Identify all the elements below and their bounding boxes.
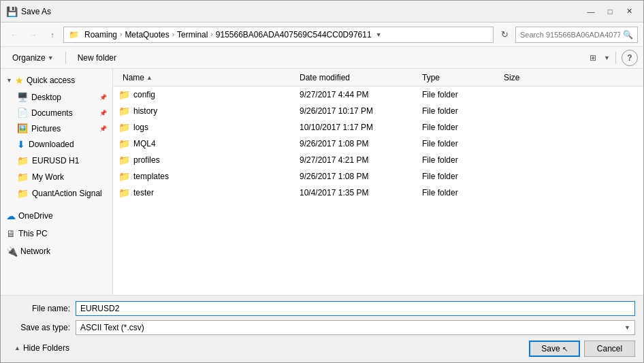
folder-icon: 📁 [118, 122, 129, 133]
breadcrumb-roaming: Roaming [84, 30, 117, 40]
maximize-button[interactable]: □ [601, 5, 619, 18]
minimize-button[interactable]: — [582, 5, 600, 18]
documents-icon: 📄 [17, 108, 28, 118]
sidebar: ▼ ★ Quick access 🖥️ Desktop 📌 📄 Document… [1, 69, 113, 295]
mywork-label: My Work [32, 172, 64, 182]
folder-icon: 📁 [118, 106, 129, 116]
new-folder-button[interactable]: New folder [71, 51, 123, 65]
thispc-label: This PC [18, 229, 48, 238]
desktop-icon: 🖥️ [17, 92, 28, 102]
quick-access-header[interactable]: ▼ ★ Quick access [1, 72, 112, 89]
table-row[interactable]: 📁 templates 9/26/2017 1:08 PM File folde… [113, 168, 643, 185]
sidebar-item-desktop[interactable]: 🖥️ Desktop 📌 [1, 89, 112, 105]
thispc-icon: 🖥 [6, 228, 16, 239]
view-toggle-button[interactable]: ⊞ [585, 50, 601, 66]
up-button[interactable]: ↑ [44, 27, 61, 43]
main-content: ▼ ★ Quick access 🖥️ Desktop 📌 📄 Document… [1, 69, 643, 295]
organize-label: Organize [12, 53, 46, 63]
sidebar-item-pictures[interactable]: 🖼️ Pictures 📌 [1, 121, 112, 136]
quick-access-arrow: ▼ [6, 77, 12, 84]
filename-row: File name: [9, 301, 635, 316]
file-type: File folder [422, 106, 504, 116]
file-name: config [133, 90, 300, 99]
sidebar-item-documents[interactable]: 📄 Documents 📌 [1, 105, 112, 121]
table-row[interactable]: 📁 logs 10/10/2017 1:17 PM File folder [113, 119, 643, 136]
address-bar: ← → ↑ 📁 Roaming › MetaQuotes › Terminal … [1, 22, 643, 47]
toolbar: Organize ▼ New folder ⊞ ▼ ? [1, 47, 643, 69]
quantaction-icon: 📁 [17, 188, 29, 199]
file-type: File folder [422, 188, 504, 198]
breadcrumb-metaquotes: MetaQuotes [125, 30, 169, 40]
network-item[interactable]: 🔌 Network [1, 242, 112, 260]
toolbar-sep2 [615, 52, 616, 64]
file-type: File folder [422, 172, 504, 181]
mywork-icon: 📁 [17, 172, 29, 183]
pictures-label: Pictures [31, 124, 61, 133]
view-dropdown-icon[interactable]: ▼ [604, 54, 610, 61]
documents-label: Documents [31, 108, 73, 118]
search-icon: 🔍 [623, 30, 633, 40]
folder-icon: 📁 [118, 138, 129, 149]
table-row[interactable]: 📁 MQL4 9/26/2017 1:08 PM File folder [113, 136, 643, 152]
cancel-button[interactable]: Cancel [584, 341, 635, 357]
col-header-date[interactable]: Date modified [295, 70, 418, 85]
col-header-type[interactable]: Type [418, 70, 500, 85]
sidebar-item-quantaction[interactable]: 📁 QuantAction Signal [1, 185, 112, 202]
back-button[interactable]: ← [6, 27, 22, 43]
bottom-area: File name: Save as type: ASCII Text (*.c… [1, 295, 643, 362]
search-bar[interactable]: 🔍 [515, 27, 638, 43]
save-cursor-icon: ↖ [562, 345, 568, 353]
file-date: 9/27/2017 4:21 PM [300, 155, 422, 165]
file-type: File folder [422, 90, 504, 99]
file-date: 9/26/2017 10:17 PM [300, 106, 422, 116]
table-row[interactable]: 📁 history 9/26/2017 10:17 PM File folder [113, 103, 643, 119]
downloaded-label: Downloaded [29, 140, 74, 149]
documents-pin-icon: 📌 [99, 110, 107, 116]
pictures-pin-icon: 📌 [99, 125, 107, 132]
folder-icon: 📁 [118, 89, 129, 100]
sidebar-item-mywork[interactable]: 📁 My Work [1, 169, 112, 185]
savetype-select[interactable]: ASCII Text (*.csv) ▼ [76, 320, 635, 335]
bottom-buttons: Save ↖ Cancel [529, 341, 635, 357]
table-row[interactable]: 📁 config 9/27/2017 4:44 PM File folder [113, 86, 643, 103]
table-row[interactable]: 📁 profiles 9/27/2017 4:21 PM File folder [113, 152, 643, 168]
name-sort-arrow: ▲ [146, 74, 152, 81]
folder-icon: 📁 [118, 155, 129, 165]
filename-input[interactable] [76, 301, 635, 316]
toolbar-separator [65, 52, 66, 64]
file-list-area: Name ▲ Date modified Type Size 📁 config … [113, 69, 643, 295]
eurusd-icon: 📁 [17, 155, 29, 166]
onedrive-label: OneDrive [18, 211, 53, 221]
breadcrumb[interactable]: 📁 Roaming › MetaQuotes › Terminal › 9155… [63, 27, 494, 43]
folder-icon: 📁 [118, 171, 129, 182]
quick-access-icon: ★ [15, 75, 24, 86]
file-name: logs [133, 123, 300, 132]
col-header-name[interactable]: Name ▲ [118, 70, 295, 85]
table-row[interactable]: 📁 tester 10/4/2017 1:35 PM File folder [113, 185, 643, 201]
close-button[interactable]: ✕ [620, 5, 638, 18]
file-type: File folder [422, 139, 504, 148]
quick-access-label: Quick access [27, 76, 75, 85]
desktop-pin-icon: 📌 [99, 94, 107, 101]
help-button[interactable]: ? [622, 50, 638, 66]
hide-folders-toggle[interactable]: ▲ Hide Folders [9, 341, 75, 356]
sidebar-item-eurusd[interactable]: 📁 EURUSD H1 [1, 153, 112, 169]
refresh-button[interactable]: ↻ [496, 27, 513, 43]
save-button[interactable]: Save ↖ [529, 341, 580, 357]
file-name: templates [133, 172, 300, 181]
forward-button[interactable]: → [25, 27, 42, 43]
filename-label: File name: [9, 304, 70, 313]
sidebar-item-downloaded[interactable]: ⬇ Downloaded [1, 136, 112, 153]
hide-folders-label: Hide Folders [23, 343, 69, 353]
file-type: File folder [422, 123, 504, 132]
search-input[interactable] [520, 31, 620, 39]
organize-button[interactable]: Organize ▼ [6, 51, 60, 65]
col-header-size[interactable]: Size [500, 70, 554, 85]
folder-icon: 📁 [118, 187, 129, 198]
savetype-row: Save as type: ASCII Text (*.csv) ▼ [9, 320, 635, 335]
quantaction-label: QuantAction Signal [32, 189, 102, 198]
thispc-item[interactable]: 🖥 This PC [1, 225, 112, 242]
onedrive-item[interactable]: ☁ OneDrive [1, 207, 112, 225]
organize-dropdown-icon: ▼ [48, 54, 54, 61]
network-label: Network [20, 247, 50, 256]
